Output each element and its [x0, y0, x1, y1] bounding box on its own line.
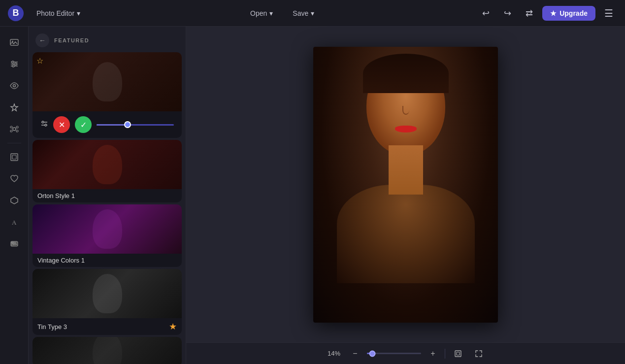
open-button[interactable]: Open ▾ — [243, 6, 280, 20]
list-item[interactable] — [33, 337, 182, 364]
bottom-face — [93, 337, 122, 364]
fullscreen-icon — [474, 349, 483, 358]
panel-header: ← FEATURED — [29, 27, 186, 52]
sidebar-item-adjustments[interactable] — [4, 54, 24, 74]
orton-item-label-row: Orton Style 1 — [33, 189, 182, 202]
panel-items-list: ☆ ✕ — [29, 52, 186, 364]
app-title-chevron: ▾ — [77, 9, 80, 17]
upgrade-label: Upgrade — [559, 9, 588, 17]
controls-sliders-icon — [40, 120, 48, 130]
canvas-content — [186, 27, 625, 342]
tin-type-3-thumbnail — [33, 269, 182, 318]
photo-canvas — [313, 47, 498, 323]
tintype-thumb-bg — [33, 269, 182, 318]
sidebar-item-eye[interactable] — [4, 76, 24, 96]
header-center: Open ▾ Save ▾ — [93, 6, 471, 20]
bottom-thumb-bg — [33, 337, 182, 364]
vintage-colors-1-thumbnail — [33, 204, 182, 254]
svg-marker-16 — [11, 197, 18, 204]
redo-button[interactable]: ↪ — [499, 5, 516, 22]
svg-rect-14 — [11, 154, 18, 161]
redo-icon: ↪ — [504, 8, 511, 19]
icon-sidebar: A — [0, 27, 29, 364]
sidebar-item-favorites[interactable] — [4, 98, 24, 117]
sidebar-divider-1 — [7, 143, 21, 143]
tin-type-3-badge-icon: ★ — [169, 321, 177, 332]
rotate-button[interactable]: ⇄ — [521, 5, 537, 22]
x-icon: ✕ — [59, 120, 65, 130]
canvas-area: 14% − + — [186, 27, 625, 364]
active-item-controls: ✕ ✓ — [33, 111, 182, 138]
slider-track — [97, 124, 174, 126]
nose — [402, 106, 409, 115]
sidebar-item-gradient[interactable] — [4, 234, 24, 254]
svg-rect-15 — [12, 155, 16, 159]
bottom-bar-separator — [445, 349, 445, 359]
svg-point-7 — [12, 65, 14, 67]
sidebar-item-frame[interactable] — [4, 147, 24, 167]
save-button[interactable]: Save ▾ — [286, 6, 321, 20]
apply-button[interactable]: ✓ — [75, 116, 92, 133]
sidebar-item-text[interactable]: A — [4, 212, 24, 232]
intensity-slider[interactable] — [97, 120, 174, 129]
svg-point-8 — [13, 85, 15, 87]
fit-to-screen-button[interactable] — [450, 346, 466, 362]
open-chevron: ▾ — [269, 9, 273, 17]
save-chevron: ▾ — [311, 9, 314, 17]
svg-point-1 — [12, 41, 13, 42]
fit-screen-icon — [454, 349, 462, 358]
tin-type-3-label: Tin Type 3 — [37, 323, 67, 331]
zoom-percentage: 14% — [325, 350, 343, 357]
active-item-image — [33, 52, 182, 111]
list-item[interactable]: Vintage Colors 1 — [33, 204, 182, 267]
zoom-plus-icon: + — [430, 349, 435, 358]
sidebar-item-shape[interactable] — [4, 191, 24, 210]
orton-face — [93, 145, 122, 184]
zoom-thumb[interactable] — [369, 350, 376, 357]
featured-star-icon: ☆ — [36, 56, 43, 66]
upgrade-star-icon: ★ — [550, 9, 557, 17]
app-title-label: Photo Editor — [36, 9, 74, 17]
active-item-thumbnail — [33, 52, 182, 111]
sidebar-item-effects[interactable] — [4, 119, 24, 139]
upgrade-button[interactable]: ★ Upgrade — [542, 6, 595, 21]
filter-panel: ← FEATURED ☆ — [29, 27, 186, 364]
open-label: Open — [250, 9, 267, 17]
sidebar-item-image[interactable] — [4, 33, 24, 52]
tintype-item-label-row: Tin Type 3 ★ — [33, 318, 182, 335]
svg-point-5 — [12, 61, 14, 63]
svg-text:A: A — [12, 219, 17, 226]
photo-background — [313, 47, 498, 323]
bottom-item-thumbnail — [33, 337, 182, 364]
logo-letter: B — [13, 8, 19, 18]
app-logo: B — [8, 5, 24, 21]
header-actions: ↩ ↪ ⇄ ★ Upgrade ☰ — [477, 5, 617, 22]
list-item[interactable]: Orton Style 1 — [33, 140, 182, 202]
svg-rect-27 — [457, 352, 460, 355]
zoom-in-button[interactable]: + — [426, 347, 440, 361]
main-area: A ← FEATURED — [0, 27, 625, 364]
vintage-colors-1-label: Vintage Colors 1 — [37, 257, 85, 264]
svg-rect-0 — [10, 39, 18, 45]
list-item[interactable]: Tin Type 3 ★ — [33, 269, 182, 335]
slider-fill — [97, 124, 128, 126]
panel-featured-active-item[interactable]: ☆ ✕ — [33, 52, 182, 138]
svg-point-12 — [10, 130, 12, 132]
svg-rect-26 — [455, 351, 461, 357]
face-silhouette-decoration — [93, 62, 122, 101]
orton-thumb-bg — [33, 140, 182, 189]
zoom-slider[interactable] — [367, 349, 421, 358]
menu-button[interactable]: ☰ — [600, 5, 617, 22]
fullscreen-button[interactable] — [471, 346, 487, 362]
sidebar-item-heart[interactable] — [4, 169, 24, 189]
svg-point-24 — [42, 121, 44, 123]
discard-button[interactable]: ✕ — [53, 116, 70, 133]
svg-point-11 — [16, 126, 18, 128]
slider-thumb[interactable] — [124, 121, 131, 128]
app-title-button[interactable]: Photo Editor ▾ — [30, 6, 87, 20]
svg-point-25 — [45, 124, 47, 126]
panel-back-button[interactable]: ← — [35, 33, 49, 47]
zoom-out-button[interactable]: − — [348, 347, 362, 361]
undo-button[interactable]: ↩ — [477, 5, 494, 22]
vintage-thumb-bg — [33, 204, 182, 254]
